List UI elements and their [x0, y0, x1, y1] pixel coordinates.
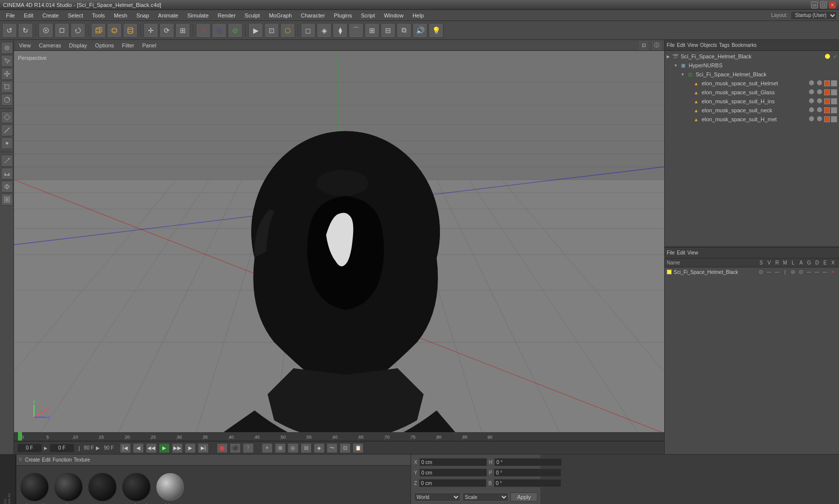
xray-button[interactable]: ✕ — [196, 23, 211, 38]
wireframe-button[interactable]: ◎ — [212, 23, 227, 38]
motion-clip-btn[interactable]: ◎ — [288, 443, 299, 453]
obj-row-neck[interactable]: ▶ ▲ elon_musk_space_suit_neck — [665, 106, 839, 115]
menu-edit[interactable]: Edit — [20, 11, 37, 19]
viewport-nav-btn[interactable] — [1, 42, 13, 54]
render-region-button[interactable]: ⊡ — [264, 23, 279, 38]
obj-row-scifi-nested[interactable]: ▼ ⊡ Sci_Fi_Space_Helmet_Black — [665, 70, 839, 79]
timeline-btn[interactable]: ⊞ — [275, 443, 286, 453]
helmet-dot1[interactable] — [809, 80, 814, 85]
met-dot2[interactable] — [817, 116, 822, 121]
polygon-mode-btn[interactable] — [1, 111, 13, 123]
boolean-button[interactable]: ⧉ — [397, 23, 412, 38]
viewport-3d[interactable]: Perspective X Y Z — [14, 51, 664, 432]
shaded-button[interactable]: ⊘ — [228, 23, 243, 38]
scene-menu-file[interactable]: File — [667, 250, 675, 255]
ins-dot1[interactable] — [809, 98, 814, 103]
record-auto-btn[interactable]: ⚫ — [230, 443, 241, 453]
neck-color[interactable] — [824, 107, 830, 113]
array-button[interactable]: ⊟ — [381, 23, 396, 38]
cylinder-button[interactable] — [123, 23, 138, 38]
menu-select[interactable]: Select — [64, 11, 87, 19]
obj-row-root[interactable]: ▶ 🎬 Sci_Fi_Space_Helmet_Black ✓ — [665, 52, 839, 61]
met-color[interactable] — [824, 116, 830, 122]
cube-button[interactable] — [91, 23, 106, 38]
rotate-object-button[interactable]: ⟳ — [159, 23, 174, 38]
mat-menu-edit[interactable]: Edit — [42, 457, 50, 463]
sound-button[interactable]: 🔊 — [413, 23, 427, 38]
scale-object-button[interactable]: ⊞ — [175, 23, 190, 38]
viewport-menu-view[interactable]: View — [17, 42, 33, 49]
play-fwd-fast-btn[interactable]: ▶▶ — [172, 443, 183, 453]
light-button[interactable]: ◈ — [317, 23, 332, 38]
timeline-help-btn[interactable]: ? — [243, 443, 254, 453]
obj-menu-edit[interactable]: Edit — [677, 42, 685, 48]
obj-menu-tags[interactable]: Tags — [719, 42, 730, 48]
scene-menu-view[interactable]: View — [687, 250, 698, 255]
menu-mograph[interactable]: MoGraph — [265, 11, 296, 19]
obj-row-hypernurbs[interactable]: ▼ ⊞ HyperNURBS — [665, 61, 839, 70]
next-frame-btn[interactable]: ▶ — [185, 443, 196, 453]
y-pos-input[interactable] — [420, 469, 487, 477]
graph-btn[interactable]: ◈ — [314, 443, 325, 453]
bulb-button[interactable]: 💡 — [428, 23, 443, 38]
timeline-ruler[interactable]: 0 5 10 15 20 25 30 35 40 45 50 55 60 65 … — [14, 432, 664, 441]
add-keyframe-btn[interactable]: + — [262, 443, 273, 453]
helmet-color[interactable] — [824, 80, 830, 86]
frame-offset-input[interactable] — [49, 444, 74, 453]
point-mode-btn[interactable] — [1, 137, 13, 149]
menu-mesh[interactable]: Mesh — [110, 11, 131, 19]
prev-frame-btn[interactable]: ◀ — [133, 443, 144, 453]
move-object-button[interactable]: ✛ — [143, 23, 158, 38]
edge-mode-btn[interactable] — [1, 124, 13, 136]
spline-button[interactable]: ⌒ — [349, 23, 364, 38]
met-mat[interactable] — [831, 116, 837, 122]
coord-system-select[interactable]: World Object Camera — [414, 493, 460, 502]
helmet-mat[interactable] — [831, 80, 837, 86]
play-back-btn[interactable]: ◀◀ — [146, 443, 157, 453]
viewport-menu-cameras[interactable]: Cameras — [37, 42, 63, 49]
glass-dot2[interactable] — [817, 89, 822, 94]
menu-snap[interactable]: Snap — [132, 11, 153, 19]
menu-plugins[interactable]: Plugins — [330, 11, 356, 19]
record-keyframe-btn[interactable]: ⬤ — [217, 443, 228, 453]
glass-color[interactable] — [824, 89, 830, 95]
vp-maximize-btn[interactable]: ⊡ — [639, 41, 648, 50]
camera-button[interactable]: ◻ — [301, 23, 316, 38]
layout-selector[interactable]: Startup (User) — [791, 11, 837, 20]
transform-mode-select[interactable]: Scale Move Rotate — [462, 493, 509, 502]
current-frame-input[interactable] — [17, 444, 42, 453]
obj-row-ins[interactable]: ▶ ▲ elon_musk_space_suit_H_ins — [665, 97, 839, 106]
obj-row-glass[interactable]: ▶ ▲ elon_musk_space_suit_Glass — [665, 88, 839, 97]
redo-button[interactable]: ↻ — [18, 23, 33, 38]
obj-menu-view[interactable]: View — [687, 42, 698, 48]
menu-script[interactable]: Script — [357, 11, 379, 19]
script-manager-btn[interactable]: 📋 — [353, 443, 364, 453]
menu-character[interactable]: Character — [297, 11, 329, 19]
live-select-btn[interactable] — [1, 55, 13, 67]
obj-row-met[interactable]: ▶ ▲ elon_musk_space_suit_H_met — [665, 115, 839, 124]
loop-sel-btn[interactable] — [1, 181, 13, 193]
helmet-dot2[interactable] — [817, 80, 822, 85]
obj-menu-bookmarks[interactable]: Bookmarks — [732, 42, 757, 48]
scale-tool-button[interactable] — [54, 23, 69, 38]
apply-button[interactable]: Apply — [510, 493, 537, 502]
z-pos-input[interactable] — [419, 479, 486, 487]
schematic-btn[interactable]: ⊡ — [340, 443, 351, 453]
scale-left-btn[interactable] — [1, 81, 13, 93]
glass-mat[interactable] — [831, 89, 837, 95]
deformer-button[interactable]: ⧫ — [333, 23, 348, 38]
met-dot1[interactable] — [809, 116, 814, 121]
material-plastic-shiny[interactable]: Plastic_Shi — [19, 472, 49, 504]
maximize-button[interactable]: □ — [820, 1, 827, 8]
move-tool-button[interactable] — [38, 23, 53, 38]
neck-dot2[interactable] — [817, 107, 822, 112]
glass-dot1[interactable] — [809, 89, 814, 94]
sphere-button[interactable] — [107, 23, 122, 38]
f-curve-btn[interactable]: 〜 — [327, 443, 338, 453]
layer-btn[interactable]: ⊟ — [301, 443, 312, 453]
obj-menu-file[interactable]: File — [667, 42, 675, 48]
obj-row-helmet[interactable]: ▶ ▲ elon_musk_space_suit_Helmet — [665, 79, 839, 88]
brush-btn[interactable] — [1, 194, 13, 206]
ins-dot2[interactable] — [817, 98, 822, 103]
rotate-tool-button[interactable] — [70, 23, 85, 38]
